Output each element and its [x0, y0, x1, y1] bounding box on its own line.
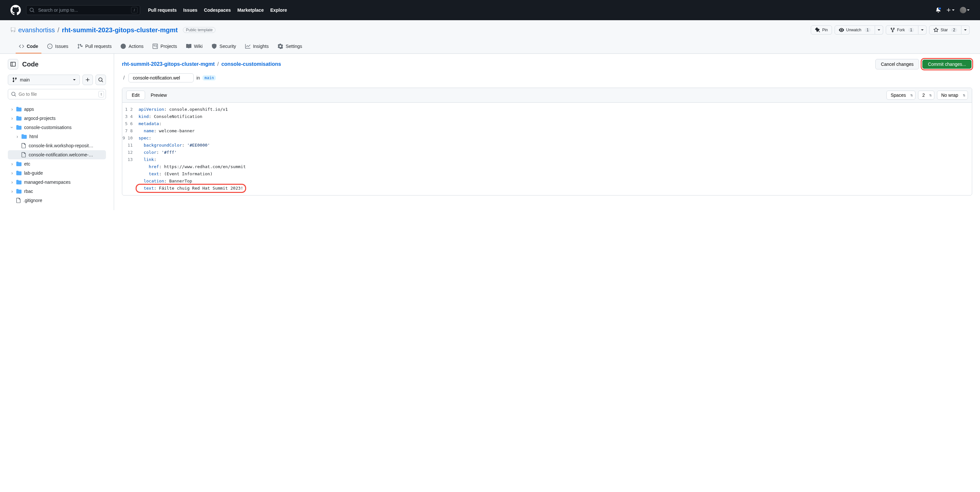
pin-button[interactable]: Pin [811, 25, 832, 35]
wrap-mode-select[interactable]: No wrap [937, 90, 968, 100]
tree-folder-rbac[interactable]: ›rbac [8, 187, 106, 196]
cancel-changes-button[interactable]: Cancel changes [875, 59, 919, 70]
unwatch-dropdown[interactable] [875, 25, 883, 35]
global-header: / Pull requests Issues Codespaces Market… [0, 0, 980, 20]
code-editor[interactable]: 1 2 3 4 5 6 7 8 9 10 11 12 13 apiVersion… [122, 103, 972, 195]
file-tree-panel: Code main t ›apps ›argocd-projects ›cons… [0, 54, 114, 210]
search-shortcut-badge: / [131, 7, 138, 13]
tab-actions[interactable]: Actions [118, 41, 147, 54]
line-gutter: 1 2 3 4 5 6 7 8 9 10 11 12 13 [122, 106, 138, 192]
tab-settings[interactable]: Settings [275, 41, 305, 54]
repo-actions: Pin Unwatch 1 Fork 1 [811, 25, 970, 35]
fork-button-group: Fork 1 [886, 25, 927, 35]
tab-label: Insights [253, 44, 269, 49]
tab-security[interactable]: Security [208, 41, 239, 54]
star-button-group: Star 2 [929, 25, 970, 35]
notifications-button[interactable] [935, 8, 941, 13]
fork-count: 1 [908, 28, 915, 32]
branch-select[interactable]: main [8, 75, 80, 85]
repo-owner-link[interactable]: evanshortiss [18, 26, 55, 33]
tab-label: Security [220, 44, 236, 49]
commit-button-highlight: Commit changes... [922, 59, 972, 70]
search-icon [29, 8, 35, 13]
github-logo-icon[interactable] [10, 5, 21, 15]
tree-folder-etc[interactable]: ›etc [8, 159, 106, 168]
tree-folder-lab[interactable]: ›lab-guide [8, 168, 106, 178]
search-files-button[interactable] [95, 75, 106, 85]
global-search: / [26, 5, 140, 15]
tree-folder-apps[interactable]: ›apps [8, 105, 106, 114]
tab-label: Code [27, 44, 38, 49]
sidebar-toggle-button[interactable] [8, 59, 18, 70]
tree-file-notification[interactable]: console-notification.welcome-… [8, 150, 106, 159]
avatar [960, 7, 966, 13]
indent-mode-select[interactable]: Spaces [886, 90, 915, 100]
fork-dropdown[interactable] [918, 25, 926, 35]
tab-label: Pull requests [85, 44, 111, 49]
pin-label: Pin [822, 28, 828, 32]
star-dropdown[interactable] [961, 25, 970, 35]
tree-file-gitignore[interactable]: .gitignore [8, 196, 106, 205]
sidebar-title: Code [22, 60, 38, 68]
editor-tab-edit[interactable]: Edit [126, 90, 145, 100]
tab-wiki[interactable]: Wiki [183, 41, 206, 54]
editor-tab-preview[interactable]: Preview [145, 90, 172, 100]
nav-explore[interactable]: Explore [270, 8, 287, 13]
file-filter-input[interactable] [8, 89, 106, 99]
highlighted-line: text: Fáilte chuig Red Hat Summit 2023! [137, 185, 245, 192]
user-menu-button[interactable] [960, 7, 970, 13]
add-file-button[interactable] [83, 75, 93, 85]
search-icon [11, 92, 16, 97]
tree-folder-html[interactable]: ›html [8, 132, 106, 141]
fork-label: Fork [897, 28, 905, 32]
star-label: Star [940, 28, 948, 32]
nav-pull-requests[interactable]: Pull requests [148, 8, 177, 13]
tab-label: Wiki [194, 44, 202, 49]
nav-marketplace[interactable]: Marketplace [237, 8, 264, 13]
tree-folder-argocd[interactable]: ›argocd-projects [8, 114, 106, 123]
star-button[interactable]: Star 2 [929, 25, 961, 35]
repo-tabs: Code Issues Pull requests Actions Projec… [10, 41, 970, 54]
branch-name: main [20, 77, 30, 83]
branch-icon [12, 77, 17, 83]
indent-size-select[interactable]: 2 [918, 90, 934, 100]
search-input[interactable] [26, 5, 140, 15]
watch-button-group: Unwatch 1 [835, 25, 883, 35]
repo-header: evanshortiss / rht-summit-2023-gitops-cl… [0, 20, 980, 54]
tab-label: Settings [286, 44, 302, 49]
repo-name-link[interactable]: rht-summit-2023-gitops-cluster-mgmt [62, 26, 178, 33]
tab-label: Actions [129, 44, 143, 49]
repo-template-icon [10, 27, 16, 33]
global-nav: Pull requests Issues Codespaces Marketpl… [148, 8, 287, 13]
unwatch-button[interactable]: Unwatch 1 [835, 25, 875, 35]
fork-button[interactable]: Fork 1 [886, 25, 919, 35]
tab-pull-requests[interactable]: Pull requests [74, 41, 115, 54]
watch-count: 1 [865, 28, 871, 32]
tab-code[interactable]: Code [16, 41, 41, 54]
tab-label: Projects [161, 44, 177, 49]
tree-folder-managed[interactable]: ›managed-namespaces [8, 178, 106, 187]
tab-issues[interactable]: Issues [44, 41, 72, 54]
filename-input[interactable] [129, 73, 194, 83]
breadcrumb-root[interactable]: rht-summit-2023-gitops-cluster-mgmt [122, 61, 215, 67]
unwatch-label: Unwatch [846, 28, 861, 32]
breadcrumb-folder[interactable]: console-customisations [221, 61, 281, 67]
tab-projects[interactable]: Projects [149, 41, 180, 54]
tab-insights[interactable]: Insights [242, 41, 272, 54]
repo-path: evanshortiss / rht-summit-2023-gitops-cl… [18, 26, 178, 34]
editor: Edit Preview Spaces 2 No wrap 1 2 3 4 5 … [122, 88, 972, 195]
header-right [935, 7, 970, 13]
main-layout: Code main t ›apps ›argocd-projects ›cons… [0, 54, 980, 210]
in-label: in [196, 75, 200, 81]
branch-tag: main [202, 75, 216, 81]
nav-issues[interactable]: Issues [183, 8, 197, 13]
breadcrumb: rht-summit-2023-gitops-cluster-mgmt / co… [122, 59, 972, 70]
commit-changes-button[interactable]: Commit changes... [922, 60, 972, 69]
editor-panel: rht-summit-2023-gitops-cluster-mgmt / co… [114, 54, 980, 210]
create-new-button[interactable] [946, 8, 955, 13]
nav-codespaces[interactable]: Codespaces [204, 8, 231, 13]
tree-file-link[interactable]: console-link.workshop-reposit… [8, 141, 106, 150]
tree-folder-console[interactable]: ›console-customisations [8, 123, 106, 132]
filename-row: / in main [122, 73, 972, 83]
path-separator: / [56, 26, 60, 33]
